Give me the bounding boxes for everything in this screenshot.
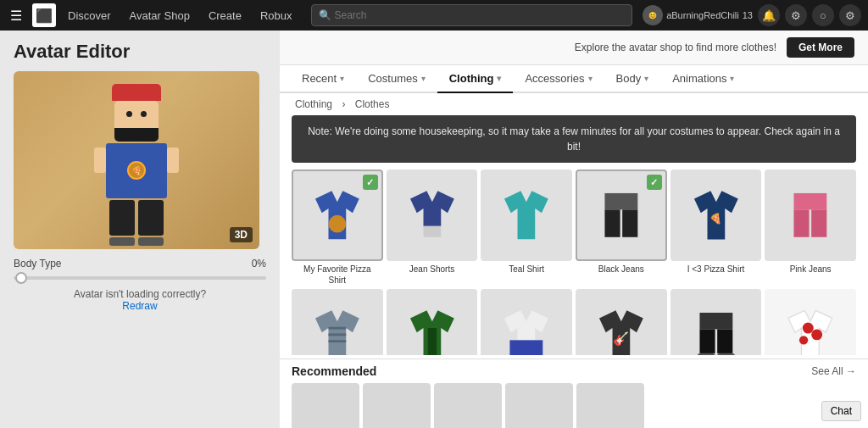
robux-count: 13	[743, 10, 753, 20]
svg-marker-2	[410, 191, 454, 225]
list-item[interactable]: 🍕 I <3 Pizza Shirt	[670, 170, 762, 286]
svg-rect-26	[697, 353, 715, 355]
tab-body-arrow: ▾	[644, 74, 648, 83]
redraw-row: Avatar isn't loading correctly? Redraw	[14, 288, 266, 312]
svg-rect-3	[423, 226, 441, 237]
clothing-thumb[interactable]	[387, 170, 478, 261]
notice-text: Note: We're doing some housekeeping, so …	[308, 125, 840, 153]
body-type-slider[interactable]	[14, 276, 266, 280]
tab-clothing[interactable]: Clothing ▾	[437, 65, 514, 93]
list-item[interactable]: ✓ My Favorite Pizza Shirt	[292, 170, 383, 286]
svg-rect-11	[794, 209, 810, 236]
clothing-thumb[interactable]: 🍕	[670, 170, 762, 261]
clothing-thumb[interactable]	[765, 170, 856, 261]
notifications-icon[interactable]: 🔔	[758, 4, 780, 26]
main-container: Avatar Editor �	[0, 31, 868, 428]
foot-left	[109, 237, 135, 246]
shirt-icon	[588, 182, 654, 248]
clothing-thumb[interactable]	[765, 289, 856, 355]
gear-icon[interactable]: ⚙	[839, 4, 861, 26]
list-item[interactable]: Jean Shorts	[387, 170, 478, 286]
shirt-icon	[304, 302, 370, 355]
clothing-item-name: I <3 Pizza Shirt	[687, 264, 745, 275]
tabs-bar: Recent ▾ Costumes ▾ Clothing ▾ Accessori…	[280, 65, 868, 93]
nav-icons: 😊 aBurningRedChili 13 🔔 ⚙ ○ ⚙	[643, 4, 861, 26]
svg-rect-18	[427, 328, 436, 355]
tab-animations[interactable]: Animations ▾	[660, 65, 746, 93]
svg-rect-27	[717, 353, 735, 355]
foot-right	[138, 237, 164, 246]
list-item[interactable]: Jean Shorts with White	[481, 289, 572, 355]
tab-costumes[interactable]: Costumes ▾	[356, 65, 437, 93]
search-bar[interactable]: 🔍	[311, 4, 633, 26]
breadcrumb-clothing[interactable]: Clothing	[295, 98, 332, 110]
list-item[interactable]: Green Jersey	[387, 289, 478, 355]
tab-accessories[interactable]: Accessories ▾	[513, 65, 604, 93]
nav-robux[interactable]: Robux	[252, 6, 301, 25]
3d-badge: 3D	[230, 227, 253, 242]
shirt-icon	[399, 302, 465, 355]
avatar-body: 🍕	[106, 143, 167, 198]
search-input[interactable]	[335, 9, 626, 21]
list-item[interactable]: Bloxxer	[765, 289, 856, 355]
logo[interactable]: ⬛	[32, 3, 56, 27]
list-item[interactable]	[434, 383, 502, 428]
clothing-thumb[interactable]	[670, 289, 762, 355]
svg-marker-4	[504, 191, 548, 239]
avatar-head	[114, 101, 159, 142]
clothing-thumb[interactable]	[481, 289, 572, 355]
nav-links: Discover Avatar Shop Create Robux	[59, 6, 301, 25]
list-item[interactable]: Pink Jeans	[765, 170, 856, 286]
body-type-label: Body Type	[14, 258, 61, 270]
body-type-row: Body Type 0%	[14, 258, 266, 270]
see-all-link[interactable]: See All →	[811, 365, 856, 377]
svg-text:🎸: 🎸	[613, 331, 630, 347]
selected-check: ✓	[647, 175, 662, 190]
list-item[interactable]: ✓ Black Jeans	[576, 170, 667, 286]
avatar-hat	[112, 84, 161, 101]
tab-recent[interactable]: Recent ▾	[290, 65, 356, 93]
svg-point-30	[811, 329, 822, 340]
clothing-grid: ✓ My Favorite Pizza Shirt Jean Shorts	[280, 170, 868, 355]
nav-discover[interactable]: Discover	[59, 6, 120, 25]
clothing-item-name: Black Jeans	[598, 264, 644, 275]
arm-left	[94, 147, 106, 173]
clothing-thumb[interactable]	[481, 170, 572, 261]
settings-icon[interactable]: ⚙	[785, 4, 807, 26]
clothing-thumb[interactable]: 🎸	[576, 289, 667, 355]
list-item[interactable]: Teal Shirt	[481, 170, 572, 286]
clothing-item-name: Teal Shirt	[509, 264, 544, 275]
nav-create[interactable]: Create	[200, 6, 250, 25]
svg-point-31	[799, 336, 808, 344]
hamburger-icon[interactable]: ☰	[7, 4, 25, 27]
notice-bar: Note: We're doing some housekeeping, so …	[292, 115, 856, 163]
svg-rect-6	[604, 209, 620, 236]
clothing-thumb[interactable]: ✓	[292, 170, 383, 261]
clothing-thumb[interactable]: ✓	[576, 170, 667, 261]
slider-thumb[interactable]	[15, 272, 27, 284]
get-more-button[interactable]: Get More	[787, 37, 854, 58]
tab-body[interactable]: Body ▾	[604, 65, 661, 93]
list-item[interactable]: Grey Striped Shirt with	[292, 289, 383, 355]
shirt-icon	[683, 302, 749, 355]
list-item[interactable]	[576, 383, 644, 428]
list-item[interactable]	[363, 383, 431, 428]
leg-left	[109, 200, 135, 236]
logo-text: ⬛	[36, 8, 53, 24]
recommended-title: Recommended	[292, 364, 376, 378]
tab-accessories-arrow: ▾	[588, 74, 593, 83]
recommended-bar: Recommended See All →	[280, 359, 868, 380]
shirt-icon	[399, 182, 465, 248]
list-item[interactable]: Black Jeans with Sneakers	[670, 289, 762, 355]
body-type-pct: 0%	[252, 258, 266, 270]
circle-icon[interactable]: ○	[812, 4, 834, 26]
chat-button[interactable]: Chat	[821, 401, 861, 421]
svg-point-1	[328, 215, 346, 233]
list-item[interactable]	[292, 383, 359, 428]
redraw-link[interactable]: Redraw	[122, 300, 157, 312]
clothing-thumb[interactable]	[292, 289, 383, 355]
clothing-thumb[interactable]	[387, 289, 478, 355]
list-item[interactable]: 🎸 Guitar Tee with Black	[576, 289, 667, 355]
list-item[interactable]	[505, 383, 573, 428]
nav-avatar-shop[interactable]: Avatar Shop	[121, 6, 198, 25]
